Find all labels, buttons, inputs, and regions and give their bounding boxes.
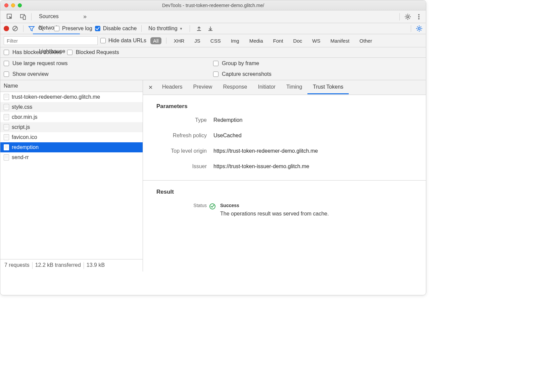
request-row[interactable]: style.css <box>0 102 143 112</box>
disable-cache-label: Disable cache <box>103 26 137 32</box>
svg-point-11 <box>418 28 420 30</box>
type-filter-media[interactable]: Media <box>247 37 266 44</box>
type-filter-manifest[interactable]: Manifest <box>328 37 352 44</box>
detail-tab-initiator[interactable]: Initiator <box>252 81 281 94</box>
detail-tab-response[interactable]: Response <box>217 81 252 94</box>
close-window-button[interactable] <box>4 3 8 7</box>
svg-line-8 <box>13 27 17 30</box>
preserve-log-checkbox[interactable] <box>54 26 59 31</box>
throttling-dropdown[interactable]: No throttling ▼ <box>146 26 185 32</box>
parameter-value: Redemption <box>213 117 419 123</box>
has-blocked-cookies-label: Has blocked cookies <box>12 49 62 55</box>
file-icon <box>4 144 9 150</box>
request-list: trust-token-redeemer-demo.glitch.mestyle… <box>0 92 143 259</box>
hide-data-urls-checkbox[interactable] <box>100 38 106 43</box>
parameter-row: Top level originhttps://trust-token-rede… <box>143 143 426 159</box>
detail-tab-headers[interactable]: Headers <box>157 81 188 94</box>
status-value: Success <box>220 203 419 208</box>
titlebar: DevTools - trust-token-redeemer-demo.gli… <box>0 0 426 10</box>
clear-button[interactable] <box>12 25 18 32</box>
parameter-row: Issuerhttps://trust-token-issuer-demo.gl… <box>143 159 426 174</box>
svg-point-4 <box>418 14 420 15</box>
svg-point-3 <box>407 16 409 18</box>
request-row[interactable]: cbor.min.js <box>0 112 143 122</box>
use-large-rows-checkbox[interactable] <box>4 61 9 66</box>
upload-har-icon[interactable] <box>195 26 203 32</box>
kebab-menu-icon[interactable] <box>414 11 423 22</box>
parameters-title: Parameters <box>143 95 426 112</box>
parameter-value: https://trust-token-issuer-demo.glitch.m… <box>213 163 419 169</box>
parameter-key: Type <box>150 117 207 123</box>
disable-cache-checkbox[interactable] <box>95 26 100 31</box>
request-row[interactable]: send-rr <box>0 152 143 162</box>
request-row[interactable]: trust-token-redeemer-demo.glitch.me <box>0 92 143 102</box>
status-message: The operations result was served from ca… <box>220 211 419 217</box>
parameter-value: UseCached <box>213 133 419 139</box>
parameter-row: TypeRedemption <box>143 112 426 128</box>
file-icon <box>4 154 9 160</box>
show-overview-label: Show overview <box>12 71 49 77</box>
settings-gear-icon[interactable] <box>401 11 414 22</box>
detail-tab-trust-tokens[interactable]: Trust Tokens <box>307 81 349 94</box>
throttling-value: No throttling <box>148 26 177 32</box>
use-large-rows-label: Use large request rows <box>12 60 68 66</box>
filter-icon[interactable] <box>28 25 35 32</box>
resources-size: 13.9 kB <box>87 262 105 269</box>
request-detail-panel: ✕ HeadersPreviewResponseInitiatorTimingT… <box>143 80 426 272</box>
success-check-icon <box>209 203 215 209</box>
type-filter-other[interactable]: Other <box>357 37 375 44</box>
has-blocked-cookies-checkbox[interactable] <box>4 50 9 55</box>
request-row[interactable]: favicon.ico <box>0 132 143 142</box>
detail-tab-timing[interactable]: Timing <box>281 81 307 94</box>
network-settings-gear-icon[interactable] <box>416 25 423 32</box>
request-name: send-rr <box>12 154 29 160</box>
type-filter-ws[interactable]: WS <box>309 37 323 44</box>
parameter-row: Refresh policyUseCached <box>143 128 426 143</box>
file-icon <box>4 114 9 120</box>
request-list-panel: Name trust-token-redeemer-demo.glitch.me… <box>0 80 143 272</box>
type-filter-xhr[interactable]: XHR <box>171 37 187 44</box>
detail-tab-preview[interactable]: Preview <box>188 81 217 94</box>
chevron-down-icon: ▼ <box>180 27 183 31</box>
file-icon <box>4 134 9 140</box>
request-row[interactable]: redemption <box>0 142 143 152</box>
filter-input[interactable] <box>4 36 98 45</box>
request-row[interactable]: script.js <box>0 122 143 132</box>
record-button[interactable] <box>4 26 9 31</box>
more-tabs-chevron-icon[interactable]: » <box>80 11 90 22</box>
request-name: favicon.ico <box>12 134 37 140</box>
download-har-icon[interactable] <box>206 26 215 32</box>
svg-point-9 <box>39 26 42 30</box>
blocked-requests-checkbox[interactable] <box>67 50 72 55</box>
request-name: script.js <box>12 124 30 130</box>
type-filter-css[interactable]: CSS <box>208 37 224 44</box>
type-filter-js[interactable]: JS <box>192 37 203 44</box>
zoom-window-button[interactable] <box>18 3 22 7</box>
device-toggle-icon[interactable] <box>16 11 30 22</box>
type-filter-img[interactable]: Img <box>228 37 242 44</box>
group-by-frame-label: Group by frame <box>222 60 259 66</box>
close-detail-button[interactable]: ✕ <box>146 83 155 92</box>
file-icon <box>4 94 9 100</box>
file-icon <box>4 104 9 110</box>
type-filter-doc[interactable]: Doc <box>291 37 305 44</box>
file-icon <box>4 124 9 130</box>
search-icon[interactable] <box>38 25 44 32</box>
minimize-window-button[interactable] <box>11 3 15 7</box>
traffic-lights <box>4 3 22 7</box>
show-overview-checkbox[interactable] <box>4 71 9 77</box>
inspect-element-icon[interactable] <box>3 11 16 22</box>
type-filter-font[interactable]: Font <box>271 37 286 44</box>
request-name: trust-token-redeemer-demo.glitch.me <box>12 94 100 100</box>
preserve-log-label: Preserve log <box>62 26 92 32</box>
type-filter-all[interactable]: All <box>150 37 161 44</box>
detail-tabs: ✕ HeadersPreviewResponseInitiatorTimingT… <box>143 80 426 95</box>
request-name: style.css <box>12 104 32 110</box>
status-bar: 7 requests 12.2 kB transferred 13.9 kB <box>0 259 143 272</box>
hide-data-urls-label: Hide data URLs <box>108 38 146 44</box>
capture-screenshots-checkbox[interactable] <box>213 71 218 77</box>
group-by-frame-checkbox[interactable] <box>213 61 218 66</box>
name-column-header[interactable]: Name <box>0 80 143 92</box>
main-tabs: ElementsCSS OverviewConsoleSourcesNetwor… <box>0 10 426 23</box>
tab-sources[interactable]: Sources <box>33 11 80 22</box>
